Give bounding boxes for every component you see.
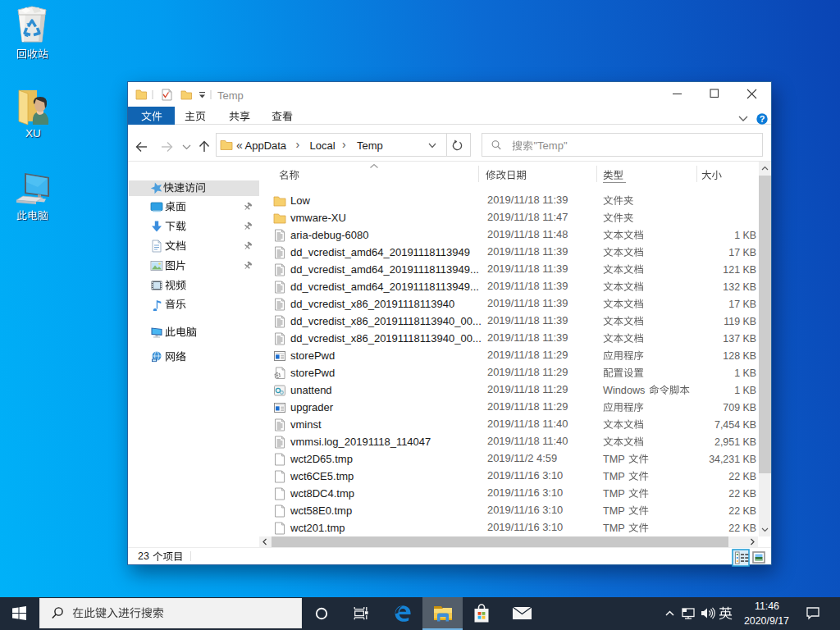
svg-text:?: ? <box>760 114 765 124</box>
